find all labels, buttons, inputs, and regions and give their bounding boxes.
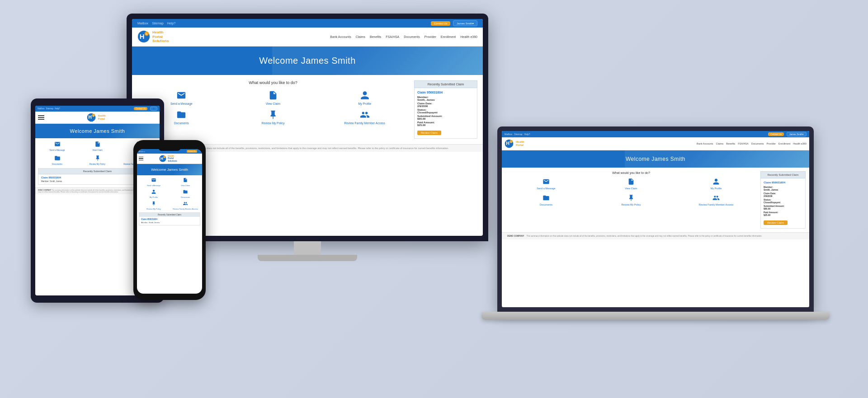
actions-panel: What would you like to do? Send a Messag… — [137, 80, 409, 139]
phone-user-icon[interactable]: 👤 — [198, 150, 200, 152]
laptop-nav-fsa[interactable]: FSA/HSA — [738, 142, 749, 145]
laptop-hero: Welcome James Smith — [502, 150, 809, 168]
laptop-logo-text: Health Portal — [516, 140, 524, 147]
laptop-action-policy[interactable]: Review My Policy — [590, 194, 672, 206]
nav-fsa-hsa[interactable]: FSA/HSA — [386, 35, 399, 38]
laptop-mailbox-link[interactable]: Mailbox — [505, 133, 512, 136]
laptop-nav-docs[interactable]: Documents — [751, 142, 764, 145]
phone-hamburger[interactable] — [139, 157, 143, 161]
phone-label-policy: Review My Policy — [146, 208, 160, 210]
nav-health-e360[interactable]: Health e360 — [460, 35, 477, 38]
phone-contact-btn[interactable]: Contact Us — [187, 150, 197, 153]
tablet-navbar: H + Health Portal — [35, 112, 160, 124]
tablet-topbar-links: Mailbox Sitemap Help? — [38, 108, 60, 110]
nav-enrollment[interactable]: Enrollment — [441, 35, 456, 38]
tablet-topbar-right: Contact Us 👤 — [134, 107, 157, 111]
tablet-action-docs[interactable]: Documents — [38, 155, 76, 165]
tablet-sitemap[interactable]: Sitemap — [46, 108, 54, 110]
tablet-label-policy: Review My Policy — [90, 163, 105, 165]
laptop-nav-claims[interactable]: Claims — [716, 142, 723, 145]
laptop-nav-bank[interactable]: Bank Accounts — [697, 142, 713, 145]
action-review-policy[interactable]: Review My Policy — [229, 110, 317, 125]
nav-bank-accounts[interactable]: Bank Accounts — [330, 35, 351, 38]
laptop-nav-enrollment[interactable]: Enrollment — [778, 142, 790, 145]
phone-person-icon — [151, 189, 157, 194]
laptop-topbar-right: Contact Us James Smith▾ — [768, 132, 807, 136]
phone-claim-title: Recently Submitted Claim — [139, 213, 200, 217]
folder-icon — [175, 110, 188, 120]
action-my-profile[interactable]: My Profile — [321, 90, 409, 105]
laptop-footer-text: The summary information on this website … — [527, 235, 763, 237]
laptop-claim-body: Claim 950031604 Member: Smith, James Cla… — [760, 178, 806, 229]
laptop-action-profile[interactable]: My Profile — [675, 178, 757, 190]
action-view-claim[interactable]: View Claim — [229, 90, 317, 105]
envelope-icon — [175, 90, 188, 100]
phone-action-grid: Send a Message View Claim My Profile — [139, 178, 200, 210]
laptop-base — [481, 312, 830, 320]
help-link[interactable]: Help? — [167, 22, 175, 25]
laptop-action-documents[interactable]: Documents — [505, 194, 587, 206]
user-menu[interactable]: James Smith▾ — [453, 20, 477, 26]
laptop-action-grid: Send a Message View Claim My Profile — [505, 178, 757, 206]
review-claim-button[interactable]: Review Claim — [417, 131, 441, 135]
laptop-contact-button[interactable]: Contact Us — [768, 132, 784, 136]
svg-text:H: H — [160, 156, 163, 161]
phone-action-send[interactable]: Send a Message — [139, 178, 169, 187]
tablet-action-policy[interactable]: Review My Policy — [78, 155, 117, 165]
phone-action-profile[interactable]: My Profile — [139, 189, 169, 198]
nav-claims[interactable]: Claims — [356, 35, 365, 38]
mailbox-link[interactable]: Mailbox — [137, 22, 148, 25]
laptop-nav-health[interactable]: Health e360 — [793, 142, 807, 145]
tablet-contact-btn[interactable]: Contact Us — [134, 107, 147, 110]
laptop-topbar: Mailbox Sitemap Help? Contact Us James S… — [502, 131, 809, 137]
tablet-label-send: Send a Message — [50, 149, 65, 151]
claim-member-row: Member: Smith, James — [417, 96, 474, 101]
phone-action-view-claim[interactable]: View Claim — [170, 178, 200, 187]
tablet-hamburger[interactable] — [38, 115, 44, 120]
monitor-base — [258, 255, 357, 261]
phone-action-policy[interactable]: Review My Policy — [139, 201, 169, 210]
laptop-sitemap-link[interactable]: Sitemap — [514, 133, 522, 136]
tablet-label-docs: Documents — [52, 163, 62, 165]
phone-notch — [158, 146, 181, 151]
tablet-label-view: View Claim — [92, 149, 102, 151]
desktop-portal: Mailbox Sitemap Help? Contact Us James S… — [132, 19, 483, 152]
tablet-help[interactable]: Help? — [55, 108, 60, 110]
phone-topbar-links: Mailbox — [139, 150, 145, 153]
logo-text: Health Portal Solutions — [152, 30, 169, 43]
contact-button[interactable]: Contact Us — [431, 21, 451, 26]
tablet-user-menu[interactable]: 👤 — [150, 107, 157, 111]
laptop-display: Mailbox Sitemap Help? Contact Us James S… — [502, 131, 809, 307]
laptop-claim-panel: Recently Submitted Claim Claim 950031604… — [760, 171, 806, 229]
nav-benefits[interactable]: Benefits — [370, 35, 381, 38]
action-label-send-message: Send a Message — [170, 102, 193, 105]
main-content: What would you like to do? Send a Messag… — [132, 75, 483, 144]
tablet-welcome: Welcome James Smith — [39, 128, 156, 134]
laptop-action-family[interactable]: Review Family Member Access — [675, 194, 757, 206]
laptop-user-menu[interactable]: James Smith▾ — [787, 132, 807, 136]
laptop-label-family: Review Family Member Access — [699, 203, 733, 206]
sitemap-link[interactable]: Sitemap — [152, 22, 164, 25]
laptop-actions: What would you like to do? Send a Messag… — [505, 171, 757, 229]
laptop-action-view-claim[interactable]: View Claim — [590, 178, 672, 190]
tablet-action-view-claim[interactable]: View Claim — [78, 141, 117, 151]
laptop-help-link[interactable]: Help? — [524, 133, 530, 136]
laptop-claim-status: Status: Closed/Inpaymt — [764, 198, 802, 204]
laptop-claim-paid: Paid Amount: $25.00 — [764, 211, 802, 216]
topbar-links: Mailbox Sitemap Help? — [137, 22, 175, 25]
nav-provider[interactable]: Provider — [425, 35, 436, 38]
phone-action-family[interactable]: Review Family Member Access — [170, 201, 200, 210]
laptop-nav-provider[interactable]: Provider — [767, 142, 776, 145]
tablet-action-send[interactable]: Send a Message — [38, 141, 76, 151]
phone-mailbox[interactable]: Mailbox — [139, 150, 145, 153]
laptop-review-btn[interactable]: Review Claim — [764, 220, 788, 225]
monitor-neck — [294, 241, 321, 255]
tablet-mailbox[interactable]: Mailbox — [38, 108, 45, 110]
tablet-hero: Welcome James Smith — [35, 124, 160, 138]
tablet-envelope-icon — [54, 141, 61, 147]
laptop-nav-benefits[interactable]: Benefits — [726, 142, 735, 145]
action-family-access[interactable]: Review Family Member Access — [321, 110, 409, 125]
nav-documents[interactable]: Documents — [404, 35, 420, 38]
laptop-action-send-message[interactable]: Send a Message — [505, 178, 587, 190]
phone-action-docs[interactable]: Documents — [170, 189, 200, 198]
